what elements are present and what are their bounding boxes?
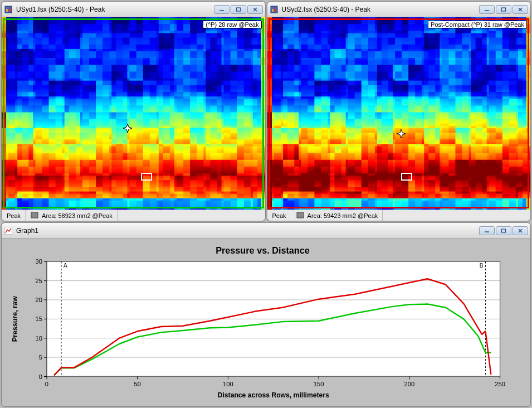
svg-rect-4 bbox=[236, 8, 240, 11]
heatmap-overlay-label-right: Post-Compact (^P) 31 raw @Peak bbox=[428, 21, 527, 28]
close-button[interactable] bbox=[513, 5, 528, 14]
titlebar-graph[interactable]: Graph1 bbox=[2, 223, 530, 239]
window-controls-graph bbox=[479, 226, 528, 235]
svg-rect-0 bbox=[5, 6, 12, 13]
svg-rect-10 bbox=[272, 9, 274, 12]
svg-rect-17 bbox=[297, 212, 304, 218]
svg-text:Pressure vs. Distance: Pressure vs. Distance bbox=[216, 245, 310, 255]
heatmap-overlay-label-left: (^P) 28 raw @Peak bbox=[203, 21, 261, 28]
heatmap-viewport-right[interactable]: Post-Compact (^P) 31 raw @Peak bbox=[267, 17, 531, 210]
app-icon bbox=[270, 5, 279, 14]
minimize-button[interactable] bbox=[479, 5, 495, 14]
close-button[interactable] bbox=[513, 226, 528, 235]
svg-rect-8 bbox=[31, 212, 38, 218]
svg-text:Distance across Rows, millimet: Distance across Rows, millimeters bbox=[218, 391, 329, 399]
heatmap-window-left: USyd1.fsx (5250:S-40) - Peak (^P) 28 raw… bbox=[1, 1, 266, 221]
statusbar-left: Peak Area: 58923 mm2 @Peak bbox=[2, 210, 265, 221]
svg-rect-11 bbox=[275, 7, 276, 12]
area-icon bbox=[31, 212, 38, 220]
statusbar-right: Peak Area: 59423 mm2 @Peak bbox=[267, 210, 531, 221]
status-area-text-left: Area: 58923 mm2 @Peak bbox=[42, 212, 113, 219]
graph-viewport[interactable]: 051015202530050100150200250ABPressure vs… bbox=[2, 239, 530, 406]
window-title-graph: Graph1 bbox=[16, 227, 479, 235]
svg-rect-2 bbox=[9, 7, 11, 12]
titlebar-left[interactable]: USyd1.fsx (5250:S-40) - Peak bbox=[2, 2, 265, 17]
svg-text:15: 15 bbox=[35, 315, 42, 322]
svg-text:10: 10 bbox=[35, 335, 42, 342]
titlebar-right[interactable]: USyd2.fsx (5250:S-40) - Peak bbox=[267, 2, 531, 17]
app-icon bbox=[4, 5, 13, 14]
svg-text:0: 0 bbox=[39, 373, 42, 380]
window-controls-right bbox=[479, 5, 528, 14]
minimize-button[interactable] bbox=[479, 226, 495, 235]
window-title-right: USyd2.fsx (5250:S-40) - Peak bbox=[282, 6, 480, 13]
minimize-button[interactable] bbox=[214, 5, 230, 14]
svg-text:0: 0 bbox=[45, 381, 48, 387]
svg-text:20: 20 bbox=[35, 297, 42, 303]
svg-text:A: A bbox=[64, 263, 67, 269]
maximize-button[interactable] bbox=[231, 5, 246, 14]
window-controls-left bbox=[214, 5, 263, 14]
svg-text:100: 100 bbox=[223, 381, 233, 387]
status-area-text-right: Area: 59423 mm2 @Peak bbox=[308, 212, 378, 219]
svg-text:150: 150 bbox=[314, 381, 324, 387]
maximize-button[interactable] bbox=[496, 226, 511, 235]
area-icon bbox=[296, 212, 304, 220]
status-area-left: Area: 58923 mm2 @Peak bbox=[26, 210, 118, 221]
svg-rect-20 bbox=[502, 229, 506, 232]
heatmap-viewport-left[interactable]: (^P) 28 raw @Peak bbox=[2, 17, 265, 210]
svg-rect-9 bbox=[271, 6, 277, 13]
graph-icon bbox=[4, 226, 13, 235]
svg-text:25: 25 bbox=[35, 278, 42, 284]
close-button[interactable] bbox=[247, 5, 263, 14]
svg-text:50: 50 bbox=[134, 381, 140, 387]
svg-text:B: B bbox=[480, 263, 484, 269]
heatmap-row: USyd1.fsx (5250:S-40) - Peak (^P) 28 raw… bbox=[1, 1, 531, 221]
app-root: USyd1.fsx (5250:S-40) - Peak (^P) 28 raw… bbox=[0, 0, 532, 408]
status-mode-right: Peak bbox=[267, 210, 291, 221]
svg-text:5: 5 bbox=[39, 354, 42, 361]
line-chart: 051015202530050100150200250ABPressure vs… bbox=[8, 243, 517, 400]
svg-rect-13 bbox=[502, 8, 506, 11]
svg-rect-1 bbox=[6, 9, 8, 12]
status-mode-left: Peak bbox=[2, 210, 26, 221]
svg-text:200: 200 bbox=[404, 381, 415, 387]
svg-text:30: 30 bbox=[35, 258, 42, 265]
graph-window: Graph1 051015202530050100150200250ABPres… bbox=[1, 222, 531, 407]
svg-text:250: 250 bbox=[495, 381, 505, 387]
window-title-left: USyd1.fsx (5250:S-40) - Peak bbox=[16, 6, 214, 13]
heatmap-window-right: USyd2.fsx (5250:S-40) - Peak Post-Compac… bbox=[267, 1, 531, 221]
svg-text:Pressure, raw: Pressure, raw bbox=[11, 296, 19, 342]
maximize-button[interactable] bbox=[496, 5, 511, 14]
status-area-right: Area: 59423 mm2 @Peak bbox=[291, 210, 383, 221]
